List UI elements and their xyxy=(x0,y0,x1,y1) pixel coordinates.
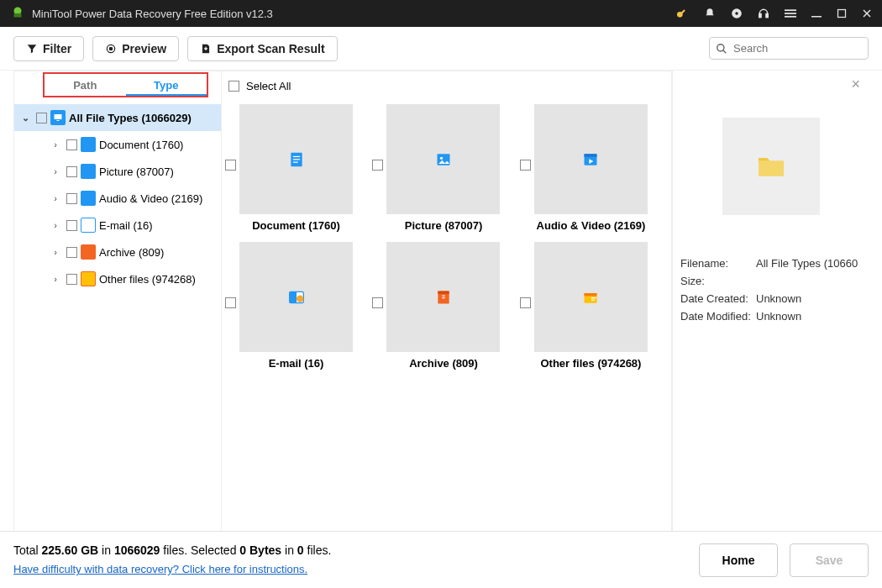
svg-rect-6 xyxy=(759,14,761,18)
svg-rect-11 xyxy=(811,16,822,18)
close-icon[interactable] xyxy=(862,8,872,18)
folder-preview xyxy=(722,118,820,215)
tree-item[interactable]: ›Audio & Video (2169) xyxy=(14,185,221,212)
folder-icon xyxy=(754,150,788,183)
svg-rect-23 xyxy=(292,159,299,160)
export-button[interactable]: Export Scan Result xyxy=(187,36,337,61)
grid-item[interactable]: Other files (974268) xyxy=(520,242,667,380)
titlebar: MiniTool Power Data Recovery Free Editio… xyxy=(0,0,882,27)
svg-rect-10 xyxy=(785,16,796,18)
chevron-right-icon[interactable]: › xyxy=(48,274,63,284)
svg-point-16 xyxy=(109,47,113,50)
chevron-right-icon[interactable]: › xyxy=(48,247,63,257)
svg-rect-8 xyxy=(785,9,796,11)
type-icon xyxy=(81,137,96,152)
chevron-right-icon[interactable]: › xyxy=(48,166,63,176)
tree-item-label: Other files (974268) xyxy=(99,273,196,286)
svg-rect-20 xyxy=(57,120,60,121)
tree-root-label: All File Types (1066029) xyxy=(69,112,192,124)
grid-item-label: E-mail (16) xyxy=(239,357,353,370)
svg-rect-1 xyxy=(14,13,22,18)
monitor-icon xyxy=(50,110,66,125)
tab-path[interactable]: Path xyxy=(45,74,126,96)
svg-rect-19 xyxy=(55,114,62,119)
filename-key: Filename: xyxy=(680,257,756,270)
tree-item[interactable]: ›Document (1760) xyxy=(14,131,221,158)
tab-type[interactable]: Type xyxy=(126,74,207,96)
grid-item[interactable]: Archive (809) xyxy=(372,242,519,380)
type-icon xyxy=(81,164,96,179)
thumbnail[interactable] xyxy=(534,104,648,214)
thumbnail[interactable] xyxy=(239,242,353,352)
search-icon xyxy=(716,43,727,55)
svg-point-17 xyxy=(717,45,724,51)
grid-item[interactable]: Audio & Video (2169) xyxy=(520,104,667,242)
checkbox[interactable] xyxy=(225,160,236,171)
grid-item[interactable]: Picture (87007) xyxy=(372,104,519,242)
tree-item-label: E-mail (16) xyxy=(99,219,153,232)
filter-button[interactable]: Filter xyxy=(13,36,84,61)
checkbox[interactable] xyxy=(66,220,77,231)
checkbox[interactable] xyxy=(520,160,531,171)
checkbox[interactable] xyxy=(36,113,47,123)
key-icon[interactable] xyxy=(675,7,689,20)
thumbnail[interactable] xyxy=(239,104,353,214)
svg-rect-22 xyxy=(292,155,299,156)
window-title: MiniTool Power Data Recovery Free Editio… xyxy=(32,8,273,20)
tree-item[interactable]: ›Other files (974268) xyxy=(14,265,221,292)
checkbox[interactable] xyxy=(520,297,531,308)
checkbox[interactable] xyxy=(225,297,236,308)
statusbar: Total 225.60 GB in 1066029 files. Select… xyxy=(0,531,882,588)
bell-icon[interactable] xyxy=(704,8,716,19)
tree-pane: Path Type ⌄ All File Types (1066029) ›Do… xyxy=(13,71,222,531)
status-text: Total xyxy=(13,543,41,557)
svg-point-31 xyxy=(297,295,303,302)
svg-rect-38 xyxy=(591,297,596,298)
type-icon xyxy=(81,191,96,206)
chevron-down-icon[interactable]: ⌄ xyxy=(18,113,33,123)
home-button[interactable]: Home xyxy=(699,543,778,577)
checkbox[interactable] xyxy=(66,247,77,258)
checkbox[interactable] xyxy=(372,160,383,171)
checkbox[interactable] xyxy=(66,166,77,177)
chevron-right-icon[interactable]: › xyxy=(48,220,63,230)
view-tabs: Path Type xyxy=(43,72,208,97)
search-input[interactable] xyxy=(709,37,869,60)
disc-icon[interactable] xyxy=(731,8,743,19)
created-value: Unknown xyxy=(756,292,801,305)
chevron-right-icon[interactable]: › xyxy=(48,193,63,203)
grid-item-label: Document (1760) xyxy=(239,219,353,232)
svg-rect-28 xyxy=(585,154,597,156)
thumbnail[interactable] xyxy=(386,104,500,214)
modified-value: Unknown xyxy=(756,310,801,323)
close-details-icon[interactable]: × xyxy=(851,76,860,93)
tree-item[interactable]: ›E-mail (16) xyxy=(14,212,221,239)
checkbox[interactable] xyxy=(66,193,77,204)
minimize-icon[interactable] xyxy=(811,8,822,18)
svg-rect-9 xyxy=(785,13,796,14)
headphones-icon[interactable] xyxy=(758,8,769,19)
checkbox[interactable] xyxy=(66,274,77,285)
tree-item[interactable]: ›Picture (87007) xyxy=(14,158,221,185)
checkbox[interactable] xyxy=(372,297,383,308)
thumbnail[interactable] xyxy=(534,242,648,352)
help-link[interactable]: Have difficulty with data recovery? Clic… xyxy=(13,563,307,575)
maximize-icon[interactable] xyxy=(837,8,847,18)
checkbox[interactable] xyxy=(66,139,77,150)
grid-item-label: Audio & Video (2169) xyxy=(534,219,648,232)
svg-rect-39 xyxy=(591,299,595,300)
preview-button[interactable]: Preview xyxy=(92,36,179,61)
grid-item[interactable]: Document (1760) xyxy=(225,104,372,242)
svg-line-18 xyxy=(723,50,727,54)
svg-rect-35 xyxy=(442,297,444,298)
chevron-right-icon[interactable]: › xyxy=(48,139,63,150)
thumbnail[interactable] xyxy=(386,242,500,352)
save-button[interactable]: Save xyxy=(790,543,869,577)
select-all-checkbox[interactable] xyxy=(228,81,239,92)
toolbar: Filter Preview Export Scan Result xyxy=(0,27,882,71)
svg-rect-12 xyxy=(838,10,846,18)
tree-root[interactable]: ⌄ All File Types (1066029) xyxy=(14,104,221,131)
menu-icon[interactable] xyxy=(785,8,796,19)
tree-item[interactable]: ›Archive (809) xyxy=(14,239,221,265)
grid-item[interactable]: E-mail (16) xyxy=(225,242,372,380)
